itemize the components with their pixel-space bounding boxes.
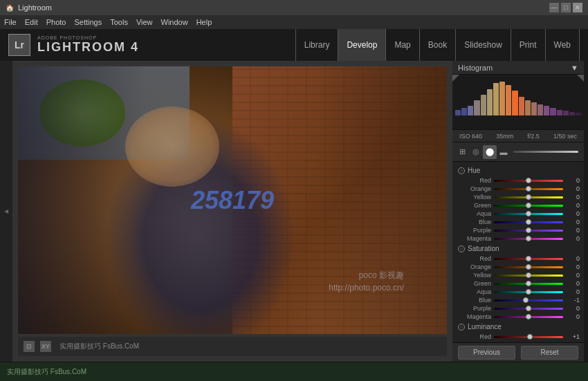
hue-purple-slider[interactable]: [494, 230, 563, 232]
gradient-tool[interactable]: ▬: [497, 145, 511, 159]
iso-value: ISO 640: [459, 133, 482, 140]
menu-file[interactable]: File: [4, 18, 17, 26]
spot-tool[interactable]: ◎: [469, 145, 483, 159]
focal-value: 35mm: [496, 133, 513, 140]
shutter-value: 1/50 sec: [553, 133, 577, 140]
photo-container[interactable]: 258179 poco 影视趣 http://photo.poco.cn/: [18, 66, 447, 334]
lum-red-slider[interactable]: [494, 336, 563, 338]
hue-orange-label: Orange: [462, 185, 491, 192]
menu-bar: File Edit Photo Settings Tools View Wind…: [0, 15, 588, 29]
adjustment-tool[interactable]: ⬤: [483, 145, 497, 159]
hue-green-slider[interactable]: [494, 205, 563, 207]
maximize-button[interactable]: □: [561, 3, 571, 12]
minimize-button[interactable]: —: [549, 3, 559, 12]
menu-photo[interactable]: Photo: [46, 18, 66, 26]
left-panel-toggle[interactable]: ◀: [0, 61, 12, 362]
lum-red-value: +1: [566, 333, 580, 340]
sat-yellow-row: Yellow 0: [452, 271, 584, 279]
window-controls[interactable]: — □ ✕: [549, 3, 582, 12]
tab-book[interactable]: Book: [420, 29, 456, 61]
sat-orange-slider[interactable]: [494, 266, 563, 268]
sat-blue-slider[interactable]: [494, 299, 563, 301]
hue-magenta-slider[interactable]: [494, 238, 563, 240]
crop-tool[interactable]: ⊞: [455, 145, 469, 159]
luminance-section-header: ○ Luminance: [452, 321, 584, 333]
menu-window[interactable]: Window: [161, 18, 188, 26]
app-icon: 🏠: [6, 4, 14, 12]
sat-green-value: 0: [566, 280, 580, 287]
aperture-value: f/2.5: [527, 133, 540, 140]
luminance-toggle[interactable]: ○: [458, 324, 465, 331]
main-area: ◀ 258179 poco 影视趣 http://photo.poco: [0, 61, 588, 362]
sat-aqua-value: 0: [566, 288, 580, 295]
menu-help[interactable]: Help: [196, 18, 212, 26]
sat-red-label: Red: [462, 255, 491, 262]
hue-label: Hue: [468, 167, 480, 174]
right-edge-handle[interactable]: [584, 61, 588, 362]
hue-aqua-row: Aqua 0: [452, 210, 584, 218]
sat-aqua-slider[interactable]: [494, 291, 563, 293]
tab-library[interactable]: Library: [295, 29, 339, 61]
previous-button[interactable]: Previous: [458, 346, 515, 360]
sat-orange-value: 0: [566, 263, 580, 270]
lum-red-label: Red: [462, 333, 491, 340]
hue-green-label: Green: [462, 202, 491, 209]
menu-tools[interactable]: Tools: [110, 18, 128, 26]
reset-button[interactable]: Reset: [521, 346, 578, 360]
sat-yellow-slider[interactable]: [494, 275, 563, 277]
hue-blue-slider[interactable]: [494, 221, 563, 223]
hsl-panel[interactable]: ○ Hue Red 0 Orange 0 Yellow 0 Green: [452, 162, 584, 342]
hue-orange-slider[interactable]: [494, 188, 563, 190]
luminance-label: Luminance: [468, 323, 502, 331]
hue-orange-value: 0: [566, 185, 580, 192]
sat-magenta-value: 0: [566, 313, 580, 320]
watermark-brand: poco 影视趣 http://photo.poco.cn/: [329, 269, 404, 294]
sat-green-label: Green: [462, 280, 491, 287]
hue-magenta-value: 0: [566, 235, 580, 242]
hue-purple-value: 0: [566, 227, 580, 234]
hue-yellow-value: 0: [566, 194, 580, 201]
histogram-area: [452, 75, 584, 130]
hue-yellow-slider[interactable]: [494, 196, 563, 198]
sat-yellow-label: Yellow: [462, 272, 491, 279]
sat-orange-row: Orange 0: [452, 263, 584, 271]
photo-bottom-bar: ⊡ XY 实用摄影技巧 FsBus.CoM: [18, 337, 447, 356]
tab-develop[interactable]: Develop: [338, 29, 386, 61]
sat-orange-label: Orange: [462, 263, 491, 270]
hue-magenta-label: Magenta: [462, 235, 491, 242]
hue-purple-label: Purple: [462, 227, 491, 234]
hue-red-label: Red: [462, 177, 491, 184]
menu-view[interactable]: View: [136, 18, 153, 26]
sat-magenta-slider[interactable]: [494, 316, 563, 318]
menu-settings[interactable]: Settings: [74, 18, 102, 26]
tab-print[interactable]: Print: [511, 29, 546, 61]
hue-magenta-row: Magenta 0: [452, 234, 584, 243]
hue-aqua-slider[interactable]: [494, 213, 563, 215]
menu-edit[interactable]: Edit: [25, 18, 38, 26]
sat-blue-label: Blue: [462, 297, 491, 304]
zoom-icon[interactable]: XY: [40, 341, 51, 352]
watermark-number: 258179: [191, 186, 274, 215]
hue-purple-row: Purple 0: [452, 226, 584, 234]
sat-green-slider[interactable]: [494, 283, 563, 285]
close-button[interactable]: ✕: [573, 3, 582, 12]
sat-purple-slider[interactable]: [494, 308, 563, 310]
lum-red-row: Red +1: [452, 333, 584, 341]
sat-magenta-row: Magenta 0: [452, 313, 584, 321]
hue-aqua-value: 0: [566, 210, 580, 217]
sat-green-row: Green 0: [452, 279, 584, 288]
title-bar-text: Lightroom: [18, 3, 52, 12]
saturation-toggle[interactable]: ○: [458, 245, 465, 252]
tab-web[interactable]: Web: [546, 29, 580, 61]
saturation-section-header: ○ Saturation: [452, 243, 584, 254]
histogram-collapse[interactable]: ▼: [571, 64, 578, 72]
sat-red-slider[interactable]: [494, 258, 563, 260]
tab-map[interactable]: Map: [386, 29, 419, 61]
frame-icon[interactable]: ⊡: [24, 341, 35, 352]
hue-red-slider[interactable]: [494, 180, 563, 182]
hue-toggle[interactable]: ○: [458, 167, 465, 174]
tab-slideshow[interactable]: Slideshow: [456, 29, 511, 61]
hue-blue-label: Blue: [462, 219, 491, 225]
hue-yellow-label: Yellow: [462, 194, 491, 201]
sat-red-value: 0: [566, 255, 580, 262]
